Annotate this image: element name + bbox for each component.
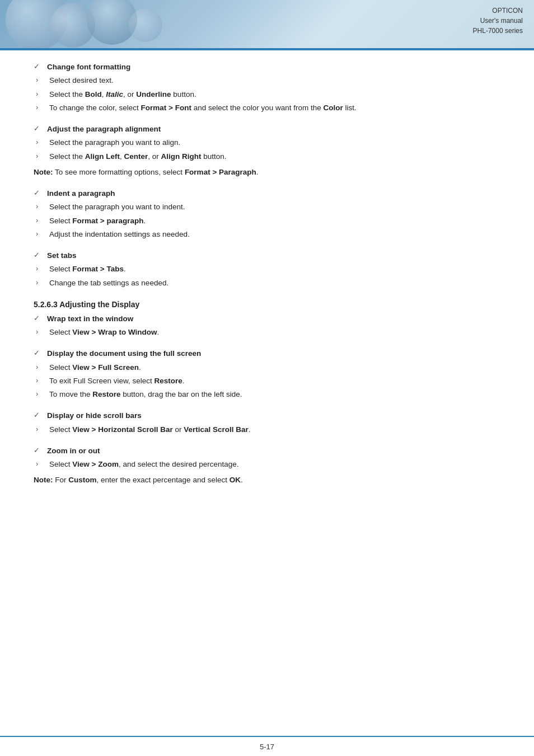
item-text: Select View > Zoom, and select the desir… (49, 459, 500, 470)
item-text: Select the paragraph you want to indent. (49, 201, 500, 213)
check-label: Zoom in or out (47, 445, 500, 457)
page-header: OPTICON User's manual PHL-7000 series (0, 0, 534, 50)
check-item-set-tabs: ✓ Set tabs (34, 250, 500, 261)
arrow-icon: › (36, 425, 49, 433)
header-accent-bar (0, 48, 534, 50)
check-item-wrap: ✓ Wrap text in the window (34, 313, 500, 325)
item-text: To move the Restore button, drag the bar… (49, 389, 500, 400)
arrow-item: › Select View > Horizontal Scroll Bar or… (34, 424, 500, 435)
arrow-item: › Select View > Wrap to Window. (34, 327, 500, 338)
check-icon: ✓ (34, 189, 47, 197)
item-text: Select the Bold, Italic, or Underline bu… (49, 89, 500, 100)
logo-line1: OPTICON (473, 6, 523, 16)
item-text: Select View > Wrap to Window. (49, 327, 500, 338)
item-text: Select Format > Tabs. (49, 264, 500, 275)
check-label: Wrap text in the window (47, 313, 500, 325)
arrow-icon: › (36, 327, 49, 336)
check-icon: ✓ (34, 314, 47, 322)
page-footer: 5-17 (0, 736, 534, 756)
arrow-icon: › (36, 264, 49, 273)
check-item-indent: ✓ Indent a paragraph (34, 188, 500, 199)
check-icon: ✓ (34, 411, 47, 419)
check-icon: ✓ (34, 124, 47, 133)
section-header-523: 5.2.6.3 Adjusting the Display (34, 300, 500, 309)
check-icon: ✓ (34, 349, 47, 357)
item-text: Select the Align Left, Center, or Align … (49, 151, 500, 162)
check-label: Display or hide scroll bars (47, 410, 500, 421)
note-zoom: Note: For Custom, enter the exact percen… (34, 475, 500, 486)
arrow-item: › Select desired text. (34, 75, 500, 86)
item-text: Adjust the indentation settings as neede… (49, 229, 500, 240)
page-content: ✓ Change font formatting › Select desire… (0, 50, 534, 516)
arrow-icon: › (36, 278, 49, 287)
item-text: Select Format > paragraph. (49, 215, 500, 227)
item-text: Select View > Horizontal Scroll Bar or V… (49, 424, 500, 435)
arrow-item: › Select View > Zoom, and select the des… (34, 459, 500, 470)
check-item-zoom: ✓ Zoom in or out (34, 445, 500, 457)
note-paragraph-alignment: Note: To see more formatting options, se… (34, 167, 500, 178)
arrow-item: › Select the paragraph you want to inden… (34, 201, 500, 213)
check-label: Change font formatting (47, 62, 500, 73)
arrow-item: › To change the color, select Format > F… (34, 102, 500, 114)
arrow-icon: › (36, 202, 49, 210)
arrow-icon: › (36, 376, 49, 384)
arrow-icon: › (36, 76, 49, 84)
header-logo: OPTICON User's manual PHL-7000 series (473, 6, 523, 36)
arrow-icon: › (36, 138, 49, 146)
arrow-item: › To exit Full Screen view, select Resto… (34, 375, 500, 387)
arrow-item: › Select Format > paragraph. (34, 215, 500, 227)
decorative-circle (129, 8, 162, 42)
check-label: Indent a paragraph (47, 188, 500, 199)
item-text: To change the color, select Format > Fon… (49, 102, 500, 114)
check-label: Display the document using the full scre… (47, 348, 500, 359)
arrow-icon: › (36, 229, 49, 238)
item-text: Select View > Full Screen. (49, 362, 500, 373)
item-text: Change the tab settings as needed. (49, 278, 500, 289)
arrow-icon: › (36, 459, 49, 468)
item-text: To exit Full Screen view, select Restore… (49, 375, 500, 387)
check-label: Set tabs (47, 250, 500, 261)
arrow-icon: › (36, 152, 49, 160)
arrow-item: › To move the Restore button, drag the b… (34, 389, 500, 400)
item-text: Select desired text. (49, 75, 500, 86)
item-text: Select the paragraph you want to align. (49, 137, 500, 148)
arrow-icon: › (36, 363, 49, 371)
check-label: Adjust the paragraph alignment (47, 124, 500, 135)
arrow-item: › Select the paragraph you want to align… (34, 137, 500, 148)
logo-line3: PHL-7000 series (473, 26, 523, 36)
arrow-item: › Adjust the indentation settings as nee… (34, 229, 500, 240)
logo-line2: User's manual (473, 16, 523, 26)
check-icon: ✓ (34, 62, 47, 71)
check-item-change-font: ✓ Change font formatting (34, 62, 500, 73)
arrow-icon: › (36, 103, 49, 111)
check-item-fullscreen: ✓ Display the document using the full sc… (34, 348, 500, 359)
arrow-item: › Select the Align Left, Center, or Alig… (34, 151, 500, 162)
check-icon: ✓ (34, 446, 47, 454)
arrow-icon: › (36, 216, 49, 224)
arrow-icon: › (36, 90, 49, 98)
check-icon: ✓ (34, 251, 47, 259)
header-image (0, 0, 534, 50)
arrow-item: › Select Format > Tabs. (34, 264, 500, 275)
arrow-item: › Select the Bold, Italic, or Underline … (34, 89, 500, 100)
check-item-scrollbars: ✓ Display or hide scroll bars (34, 410, 500, 421)
arrow-item: › Change the tab settings as needed. (34, 278, 500, 289)
arrow-icon: › (36, 389, 49, 398)
page-number: 5-17 (260, 743, 274, 751)
arrow-item: › Select View > Full Screen. (34, 362, 500, 373)
check-item-align: ✓ Adjust the paragraph alignment (34, 124, 500, 135)
